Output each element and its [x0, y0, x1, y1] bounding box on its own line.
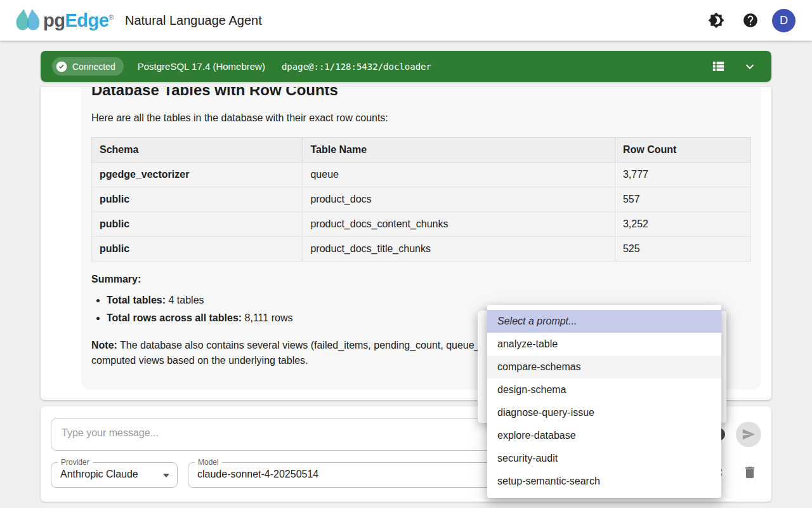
server-version-label: PostgreSQL 17.4 (Homebrew) [138, 61, 265, 72]
provider-select[interactable]: Provider Anthropic Claude [51, 462, 178, 488]
provider-value: Anthropic Claude [60, 469, 138, 480]
clear-chat-button[interactable] [737, 460, 763, 485]
model-value: claude-sonnet-4-20250514 [197, 469, 318, 480]
menu-item-analyze-table[interactable]: analyze-table [487, 333, 721, 356]
menu-item-setup-semantic-search[interactable]: setup-semantic-search [487, 470, 721, 493]
prompt-select-menu: Select a prompt... analyze-table compare… [487, 305, 721, 498]
column-header-schema: Schema [92, 138, 303, 163]
select-arrow-icon [163, 474, 169, 478]
pgedge-logo: pgEdge® [14, 8, 114, 33]
user-avatar[interactable]: D [772, 9, 796, 32]
table-row: public product_docs_title_chunks 525 [92, 237, 751, 262]
connection-status-label: Connected [72, 62, 115, 72]
summary-heading: Summary: [91, 274, 751, 285]
chevron-down-icon [742, 59, 757, 74]
help-icon [742, 12, 759, 29]
connection-expand-button[interactable] [740, 57, 760, 77]
app-header: pgEdge® Natural Language Agent D [0, 0, 812, 41]
page-title: Natural Language Agent [125, 13, 262, 28]
trash-icon [742, 465, 757, 480]
menu-item-placeholder[interactable]: Select a prompt... [487, 310, 721, 333]
menu-item-security-audit[interactable]: security-audit [487, 447, 721, 470]
table-row: public product_docs 557 [92, 187, 751, 212]
help-button[interactable] [738, 8, 763, 33]
send-button[interactable] [736, 422, 761, 447]
connection-status-badge: Connected [52, 57, 124, 76]
table-row: public product_docs_content_chunks 3,252 [92, 212, 751, 237]
table-header-row: Schema Table Name Row Count [92, 138, 751, 163]
message-intro: Here are all the tables in the database … [91, 110, 751, 126]
send-icon [742, 427, 756, 441]
menu-item-compare-schemas[interactable]: compare-schemas [487, 356, 721, 378]
pgedge-logo-icon [14, 8, 42, 33]
table-row: pgedge_vectorizer queue 3,777 [92, 163, 751, 187]
brightness-icon [708, 12, 724, 29]
provider-label: Provider [58, 458, 93, 467]
column-header-row-count: Row Count [615, 138, 750, 163]
dark-mode-toggle-button[interactable] [704, 8, 729, 33]
connection-list-button[interactable] [708, 57, 728, 77]
menu-item-design-schema[interactable]: design-schema [487, 378, 721, 401]
message-heading: Database Tables with Row Counts [91, 87, 751, 100]
menu-item-explore-database[interactable]: explore-database [487, 424, 721, 447]
connection-bar: Connected PostgreSQL 17.4 (Homebrew) dpa… [41, 51, 771, 82]
model-label: Model [195, 458, 222, 467]
row-counts-table: Schema Table Name Row Count pgedge_vecto… [91, 137, 751, 262]
server-list-icon [711, 59, 726, 74]
column-header-table-name: Table Name [303, 138, 615, 163]
connection-dsn: dpage@::1/128:5432/docloader [282, 62, 431, 72]
page-background [0, 502, 812, 508]
menu-item-diagnose-query-issue[interactable]: diagnose-query-issue [487, 401, 721, 424]
pgedge-logo-text: pgEdge® [43, 10, 114, 31]
check-circle-icon [55, 60, 68, 73]
